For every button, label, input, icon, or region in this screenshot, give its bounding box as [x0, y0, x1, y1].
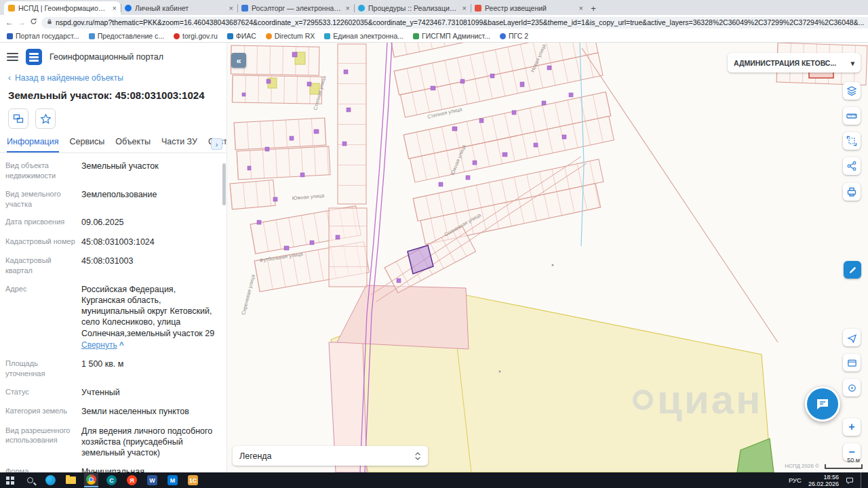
start-button[interactable] — [3, 473, 17, 487]
bookmark-item[interactable]: Directum RX — [266, 32, 315, 40]
field-value: Землепользование — [81, 189, 217, 209]
tab-title: Процедуры :: Реализация госи — [368, 4, 459, 12]
taskbar-clock[interactable]: 18:56 26.02.2026 — [808, 474, 839, 487]
bookmark-favicon — [174, 33, 180, 39]
field-label: Форма собственности — [5, 466, 76, 472]
bookmark-favicon — [324, 33, 330, 39]
hamburger-menu-icon[interactable] — [7, 53, 18, 61]
bookmark-item[interactable]: Единая электронна... — [324, 32, 403, 40]
tab-parts[interactable]: Части ЗУ — [161, 137, 197, 151]
new-tab-button[interactable]: + — [587, 2, 599, 14]
layers-button[interactable] — [843, 82, 861, 100]
draw-tool-button[interactable] — [844, 261, 861, 279]
bookmark-favicon — [227, 33, 233, 39]
legend-toggle[interactable]: Легенда — [233, 446, 428, 466]
tab-services[interactable]: Сервисы — [70, 137, 105, 151]
extent-button[interactable] — [843, 132, 861, 150]
field-label: Кадастровый номер — [5, 237, 76, 247]
taskbar-app-mail[interactable]: M — [165, 473, 180, 487]
forward-icon[interactable]: → — [18, 18, 26, 27]
language-indicator[interactable]: РУС — [789, 476, 802, 484]
panel-header: Геоинформационный портал — [0, 43, 226, 69]
field-value: Российская Федерация, Курганская область… — [81, 284, 217, 351]
favorite-star-button[interactable] — [35, 108, 56, 129]
clock-time: 18:56 — [808, 474, 839, 481]
bookmark-item[interactable]: ПГС 2 — [500, 32, 528, 40]
show-desktop-button[interactable] — [861, 472, 863, 488]
taskbar-search-icon[interactable] — [23, 473, 37, 487]
chevron-down-icon: ▾ — [851, 59, 854, 67]
field-row: Вид разрешенного использованияДля ведени… — [5, 426, 217, 459]
browser-tab-registry[interactable]: Реестр извещений × — [471, 1, 587, 15]
field-label: Статус — [5, 387, 76, 398]
field-row: Вид объекта недвижимостиЗемельный участо… — [5, 161, 217, 181]
locate-button[interactable] — [843, 329, 861, 346]
close-tab-icon[interactable]: × — [229, 4, 233, 12]
taskbar-app-1c[interactable]: 1С — [186, 473, 200, 487]
close-tab-icon[interactable]: × — [462, 4, 467, 12]
tab-favicon — [475, 5, 481, 12]
tab-favicon — [358, 5, 365, 12]
print-icon — [846, 186, 857, 197]
back-to-results-link[interactable]: ‹ Назад в найденные объекты — [0, 69, 226, 84]
close-tab-icon[interactable]: × — [346, 4, 350, 12]
address-bar[interactable]: nspd.gov.ru/map?thematic=PKK&zoom=16.460… — [41, 17, 868, 28]
app-title: Геоинформационный портал — [50, 52, 163, 62]
browser-tab-lk[interactable]: Личный кабинет × — [121, 1, 237, 15]
bookmark-item[interactable]: torgi.gov.ru — [174, 32, 218, 40]
field-row: Вид земельного участкаЗемлепользование — [5, 189, 217, 209]
page-title: Земельный участок: 45:08:031003:1024 — [0, 84, 226, 102]
field-value: Земельный участок — [81, 161, 217, 181]
panel-scrollbar[interactable] — [222, 163, 226, 205]
bookmark-item[interactable]: Предоставление с... — [89, 32, 164, 40]
sort-arrows-icon — [414, 451, 421, 461]
field-row: Площадь уточненная1 500 кв. м — [5, 359, 217, 379]
cadastral-map-canvas[interactable]: Солнечная улица Южная улица Южная улица … — [227, 43, 868, 472]
tab-favicon — [125, 5, 132, 12]
basemap-panel-button[interactable] — [843, 354, 861, 371]
taskbar-app-word[interactable]: W — [145, 473, 159, 487]
object-on-map-button[interactable] — [8, 108, 28, 129]
reload-icon[interactable] — [30, 18, 37, 27]
taskbar-app-chrome[interactable] — [84, 473, 98, 487]
print-button[interactable] — [843, 183, 861, 201]
field-label: Вид объекта недвижимости — [5, 161, 76, 181]
select-circle-button[interactable] — [843, 379, 861, 396]
extent-icon — [846, 136, 857, 146]
lock-icon — [47, 18, 52, 26]
address-collapse-link[interactable]: Свернуть^ — [81, 340, 124, 351]
tabs-scroll-arrow[interactable]: › — [211, 138, 222, 150]
object-actions — [0, 102, 226, 136]
collapse-panel-button[interactable]: « — [231, 53, 246, 68]
scale-bar: 50 м — [825, 464, 863, 469]
notification-center-icon[interactable] — [846, 476, 854, 485]
close-tab-icon[interactable]: × — [579, 4, 583, 12]
field-row: Дата присвоения09.06.2025 — [5, 217, 217, 228]
taskbar-app-yandex[interactable]: Я — [125, 473, 139, 487]
bookmark-item[interactable]: Портал государст... — [7, 32, 79, 40]
chat-support-button[interactable] — [805, 386, 840, 422]
measure-button[interactable] — [843, 107, 861, 125]
tab-information[interactable]: Информация — [7, 137, 59, 152]
field-row: Кадастровый квартал45:08:031003 — [5, 256, 217, 276]
close-tab-icon[interactable]: × — [113, 4, 117, 12]
bookmark-item[interactable]: ФИАС — [227, 32, 256, 40]
taskbar-app-teal[interactable]: C — [104, 473, 119, 487]
browser-tab-roseltorg[interactable]: Росэлторг — электронная торг × — [237, 1, 354, 15]
region-selector-dropdown[interactable]: АДМИНИСТРАЦИЯ КЕТОВС... ▾ — [728, 53, 861, 73]
tab-objects[interactable]: Объекты — [115, 137, 151, 151]
map-area[interactable]: Солнечная улица Южная улица Южная улица … — [227, 43, 868, 472]
bookmark-item[interactable]: ГИСГМП Админист... — [413, 32, 490, 40]
map-scale-info: НСПД 2026 © 50 м — [785, 463, 863, 469]
object-fields: Вид объекта недвижимостиЗемельный участо… — [0, 153, 226, 472]
back-icon[interactable]: ← — [5, 18, 14, 27]
taskbar-app-explorer[interactable] — [64, 473, 78, 487]
share-button[interactable] — [843, 157, 861, 175]
collapse-caret-icon: ^ — [119, 340, 124, 351]
taskbar-app-edge[interactable] — [43, 473, 58, 487]
field-row: Форма собственностиМуниципальная — [5, 466, 217, 472]
browser-tab-nspd[interactable]: НСПД | Геоинформационный п × — [4, 1, 121, 15]
share-icon — [846, 161, 857, 171]
browser-tab-procedures[interactable]: Процедуры :: Реализация госи × — [354, 1, 471, 15]
zoom-in-button[interactable]: + — [843, 418, 861, 436]
